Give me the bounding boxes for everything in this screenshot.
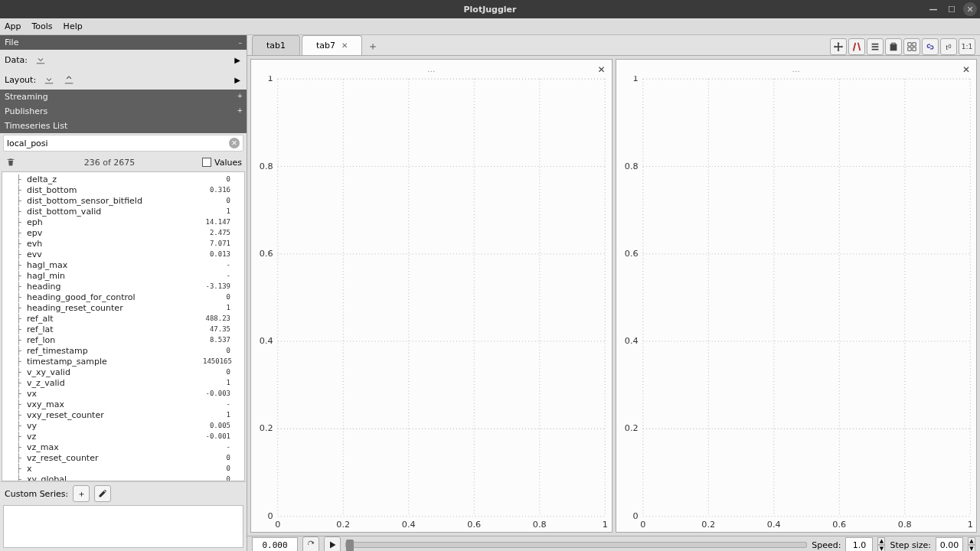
tree-item[interactable]: ├x0 [2,463,244,474]
data-load-icon[interactable] [34,53,47,67]
publishers-section-header[interactable]: Publishers + [0,104,247,119]
tree-item[interactable]: ├dist_bottom_sensor_bitfield0 [2,195,244,206]
tree-item[interactable]: ├ref_lat47.35 [2,324,244,334]
list-icon[interactable] [867,38,884,55]
tree-branch-icon: ├ [16,174,27,184]
search-clear-icon[interactable]: ✕ [229,138,240,148]
tab-close-icon[interactable]: ✕ [341,41,348,50]
scrubber-thumb[interactable] [346,540,354,551]
menu-tools[interactable]: Tools [32,21,53,31]
tree-item[interactable]: ├ref_alt488.23 [2,313,244,324]
tree-item[interactable]: ├eph14.147 [2,217,244,227]
tree-item[interactable]: ├delta_z0 [2,174,244,184]
tree-item[interactable]: ├heading_good_for_control0 [2,292,244,302]
window-close-button[interactable]: ✕ [963,2,977,16]
tree-item[interactable]: ├evv0.013 [2,249,244,259]
tree-item[interactable]: ├dist_bottom_valid1 [2,206,244,217]
minimize-button[interactable]: — [926,2,940,16]
playback-time[interactable]: 0.000 [252,537,298,551]
tree-item[interactable]: ├hagl_max- [2,259,244,270]
tree-item[interactable]: ├vxy_reset_counter1 [2,409,244,420]
streaming-label: Streaming [5,92,48,102]
layout-expand-icon[interactable]: ▶ [234,76,240,84]
custom-series-edit-button[interactable] [94,485,111,502]
tree-item[interactable]: ├vz-0.001 [2,431,244,442]
tree-item-name: heading [27,282,203,292]
time-scrubber[interactable] [345,542,807,548]
step-field[interactable] [936,540,962,550]
plot-canvas[interactable]: 10.80.60.40.2000.20.40.60.81 [616,76,977,532]
tab-add-button[interactable]: ＋ [364,38,382,55]
file-section-header[interactable]: File – [0,35,247,50]
play-button[interactable] [324,536,341,551]
custom-series-add-button[interactable]: ＋ [73,485,90,502]
time-origin-icon[interactable]: t0 [940,38,957,55]
tree-item[interactable]: ├heading_reset_counter1 [2,302,244,313]
tree-item[interactable]: ├vz_max- [2,442,244,452]
tree-item-name: vz_reset_counter [27,453,203,463]
tree-item[interactable]: ├v_z_valid1 [2,377,244,388]
data-expand-icon[interactable]: ▶ [234,56,240,64]
streaming-section-header[interactable]: Streaming + [0,90,247,104]
streaming-expand-icon: + [237,92,243,99]
timeseries-tree-list[interactable]: ├delta_z0├dist_bottom0.316├dist_bottom_s… [2,172,244,481]
menu-help[interactable]: Help [64,21,83,31]
tree-item-value: 47.35 [203,325,241,333]
trash-icon[interactable] [5,155,17,169]
speed-input[interactable] [845,537,873,551]
values-toggle[interactable]: Values [202,158,242,168]
tree-item[interactable]: ├heading-3.139 [2,281,244,292]
plot-close-icon[interactable]: ✕ [596,64,607,75]
tree-item-value: 1450165 [203,357,241,365]
tree-item[interactable]: ├timestamp_sample1450165 [2,356,244,367]
tab-tab1[interactable]: tab1 [252,35,300,55]
tree-branch-icon: ├ [16,410,27,420]
file-section-collapse-icon: – [239,39,243,47]
tree-item[interactable]: ├ref_timestamp0 [2,345,244,356]
step-spinner[interactable]: ▲▼ [968,537,975,551]
layout-save-icon[interactable] [62,73,76,86]
svg-text:0.6: 0.6 [832,520,846,530]
grid-icon[interactable] [903,38,920,55]
plot-pane[interactable]: ✕...10.80.60.40.2000.20.40.60.81 [250,59,612,533]
tree-item[interactable]: ├vx-0.003 [2,388,244,399]
tree-item[interactable]: ├ref_lon8.537 [2,334,244,345]
svg-text:0.4: 0.4 [624,336,638,346]
layout-load-icon[interactable] [42,73,56,86]
tree-item[interactable]: ├hagl_min- [2,270,244,281]
tree-item[interactable]: ├xy_global0 [2,474,244,481]
tree-item[interactable]: ├v_xy_valid0 [2,367,244,377]
move-icon[interactable] [830,38,847,55]
values-checkbox[interactable] [202,158,211,167]
ruler-icon[interactable] [848,38,865,55]
maximize-button[interactable]: ☐ [945,2,959,16]
tree-item-name: dist_bottom_sensor_bitfield [27,196,203,206]
link-icon[interactable] [922,38,939,55]
tree-item[interactable]: ├vxy_max- [2,399,244,409]
aspect-ratio-icon[interactable]: 1:1 [959,38,975,55]
speed-field[interactable] [846,540,872,550]
plot-close-icon[interactable]: ✕ [961,64,972,75]
tree-item[interactable]: ├dist_bottom0.316 [2,184,244,195]
tree-item[interactable]: ├vy0.005 [2,420,244,431]
tree-item[interactable]: ├epv2.475 [2,227,244,238]
search-box[interactable]: ✕ [3,135,243,152]
tree-item-name: vxy_reset_counter [27,410,203,420]
tree-branch-icon: ├ [16,207,27,217]
speed-spinner[interactable]: ▲▼ [877,537,885,551]
tree-item[interactable]: ├vz_reset_counter0 [2,452,244,463]
plot-canvas[interactable]: 10.80.60.40.2000.20.40.60.81 [251,76,612,532]
svg-text:0.8: 0.8 [533,520,547,530]
clipboard-icon[interactable] [885,38,902,55]
step-input[interactable] [936,537,963,551]
tree-branch-icon: ├ [16,324,27,334]
tab-tab7[interactable]: tab7✕ [302,35,362,55]
loop-button[interactable] [302,536,319,551]
menu-app[interactable]: App [5,21,21,31]
timeseries-section-header[interactable]: Timeseries List [0,119,247,133]
custom-series-list[interactable] [3,505,243,548]
search-input[interactable] [7,139,229,148]
tree-item-name: timestamp_sample [27,357,203,367]
tree-item[interactable]: ├evh7.071 [2,238,244,249]
plot-pane[interactable]: ✕...10.80.60.40.2000.20.40.60.81 [616,59,978,533]
